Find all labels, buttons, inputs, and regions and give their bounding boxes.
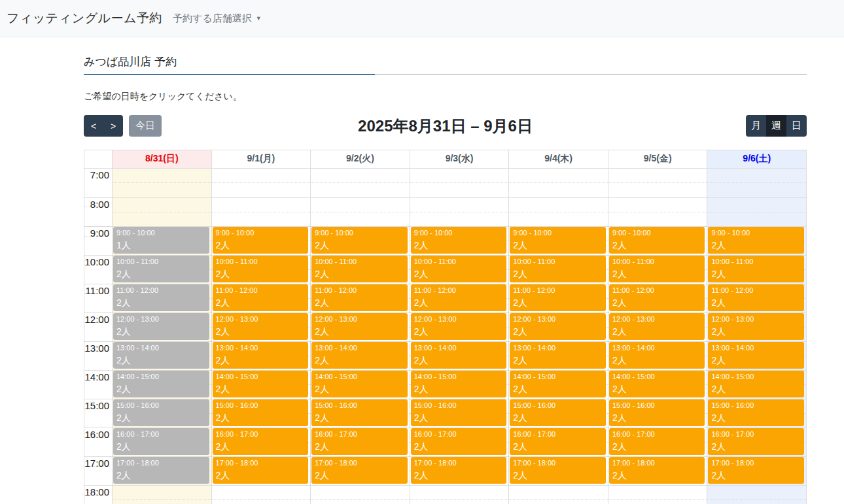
time-slot[interactable]	[509, 169, 608, 197]
time-slot[interactable]	[113, 197, 211, 226]
reservation-slot-event[interactable]: 15:00 - 16:002人	[411, 399, 507, 426]
reservation-slot-event[interactable]: 13:00 - 14:002人	[411, 342, 507, 369]
time-slot[interactable]	[410, 169, 509, 197]
time-slot[interactable]	[707, 197, 806, 226]
time-slot[interactable]	[410, 485, 509, 504]
reservation-slot-event[interactable]: 13:00 - 14:002人	[708, 342, 804, 369]
time-slot[interactable]	[608, 485, 707, 504]
event-time-range: 13:00 - 14:00	[711, 343, 801, 352]
reservation-slot-event[interactable]: 10:00 - 11:002人	[510, 256, 606, 282]
reservation-slot-event[interactable]: 14:00 - 15:002人	[510, 371, 606, 397]
reservation-slot-event[interactable]: 16:00 - 17:002人	[609, 428, 705, 455]
view-week-button[interactable]: 週	[766, 115, 786, 137]
reservation-slot-event[interactable]: 16:00 - 17:002人	[311, 428, 408, 455]
reservation-slot-event[interactable]: 15:00 - 16:002人	[510, 399, 606, 426]
event-capacity: 2人	[414, 383, 504, 395]
reservation-slot-event[interactable]: 14:00 - 15:002人	[311, 371, 408, 397]
reservation-slot-event[interactable]: 13:00 - 14:002人	[213, 342, 309, 369]
reservation-slot-event[interactable]: 13:00 - 14:002人	[609, 342, 705, 369]
reservation-slot-event[interactable]: 9:00 - 10:001人	[113, 227, 209, 254]
time-slot[interactable]	[311, 169, 410, 197]
reservation-slot-event[interactable]: 17:00 - 18:002人	[411, 457, 507, 484]
time-slot[interactable]	[608, 197, 707, 226]
time-slot[interactable]	[410, 197, 509, 226]
reservation-slot-event[interactable]: 17:00 - 18:002人	[609, 457, 705, 484]
event-time-range: 17:00 - 18:00	[612, 458, 702, 467]
reservation-slot-event[interactable]: 17:00 - 18:002人	[213, 457, 309, 484]
prev-next-group: < >	[84, 115, 123, 137]
reservation-slot-event[interactable]: 11:00 - 12:002人	[411, 284, 507, 311]
time-slot[interactable]	[707, 169, 806, 197]
reservation-slot-event[interactable]: 12:00 - 13:002人	[311, 313, 408, 340]
time-slot[interactable]	[311, 485, 410, 504]
reservation-slot-event[interactable]: 16:00 - 17:002人	[708, 428, 804, 455]
reservation-slot-event[interactable]: 15:00 - 16:002人	[708, 399, 804, 426]
reservation-slot-event[interactable]: 10:00 - 11:002人	[609, 256, 705, 282]
reservation-slot-event[interactable]: 9:00 - 10:002人	[411, 227, 507, 254]
reservation-slot-event[interactable]: 10:00 - 11:002人	[113, 256, 209, 282]
event-time-range: 10:00 - 11:00	[315, 257, 404, 266]
time-slot[interactable]	[509, 197, 608, 226]
reservation-slot-event[interactable]: 15:00 - 16:002人	[311, 399, 408, 426]
view-day-button[interactable]: 日	[786, 115, 807, 137]
reservation-slot-event[interactable]: 9:00 - 10:002人	[708, 227, 804, 254]
reservation-slot-event[interactable]: 17:00 - 18:002人	[510, 457, 606, 484]
reservation-slot-event[interactable]: 17:00 - 18:002人	[708, 457, 804, 484]
reservation-slot-event[interactable]: 9:00 - 10:002人	[609, 227, 705, 254]
event-time-range: 10:00 - 11:00	[711, 257, 801, 266]
reservation-slot-event[interactable]: 9:00 - 10:002人	[311, 227, 408, 254]
time-slot[interactable]	[311, 197, 410, 226]
reservation-slot-event[interactable]: 16:00 - 17:002人	[213, 428, 309, 455]
time-slot[interactable]	[608, 169, 707, 197]
time-slot[interactable]	[212, 485, 311, 504]
reservation-slot-event[interactable]: 9:00 - 10:002人	[213, 227, 309, 254]
time-slot[interactable]	[212, 197, 311, 226]
reservation-slot-event[interactable]: 9:00 - 10:002人	[510, 227, 606, 254]
reservation-slot-event[interactable]: 14:00 - 15:002人	[411, 371, 507, 397]
reservation-slot-event[interactable]: 16:00 - 17:002人	[411, 428, 507, 455]
reservation-slot-event[interactable]: 12:00 - 13:002人	[113, 313, 209, 340]
reservation-slot-event[interactable]: 11:00 - 12:002人	[213, 284, 309, 311]
event-capacity: 2人	[612, 297, 702, 309]
reservation-slot-event[interactable]: 13:00 - 14:002人	[113, 342, 209, 369]
calendar-header-row: 8/31(日)9/1(月)9/2(火)9/3(水)9/4(木)9/5(金)9/6…	[84, 150, 806, 169]
time-slot[interactable]	[707, 485, 806, 504]
reservation-slot-event[interactable]: 17:00 - 18:002人	[311, 457, 408, 484]
reservation-slot-event[interactable]: 12:00 - 13:002人	[609, 313, 705, 340]
reservation-slot-event[interactable]: 13:00 - 14:002人	[311, 342, 408, 369]
store-select-dropdown[interactable]: 予約する店舗選択 ▼	[173, 12, 262, 25]
reservation-slot-event[interactable]: 14:00 - 15:002人	[708, 371, 804, 397]
reservation-slot-event[interactable]: 10:00 - 11:002人	[708, 256, 804, 282]
today-button[interactable]: 今日	[129, 115, 162, 137]
event-capacity: 2人	[414, 469, 504, 481]
reservation-slot-event[interactable]: 14:00 - 15:002人	[213, 371, 309, 397]
time-slot[interactable]	[212, 169, 311, 197]
time-slot[interactable]	[113, 485, 211, 504]
reservation-slot-event[interactable]: 12:00 - 13:002人	[510, 313, 606, 340]
reservation-slot-event[interactable]: 15:00 - 16:002人	[113, 399, 209, 426]
reservation-slot-event[interactable]: 13:00 - 14:002人	[510, 342, 606, 369]
prev-week-button[interactable]: <	[84, 115, 103, 137]
reservation-slot-event[interactable]: 12:00 - 13:002人	[213, 313, 309, 340]
reservation-slot-event[interactable]: 14:00 - 15:002人	[609, 371, 705, 397]
reservation-slot-event[interactable]: 11:00 - 12:002人	[113, 284, 209, 311]
reservation-slot-event[interactable]: 16:00 - 17:002人	[113, 428, 209, 455]
next-week-button[interactable]: >	[103, 115, 123, 137]
reservation-slot-event[interactable]: 15:00 - 16:002人	[609, 399, 705, 426]
reservation-slot-event[interactable]: 17:00 - 18:002人	[113, 457, 209, 484]
reservation-slot-event[interactable]: 11:00 - 12:002人	[510, 284, 606, 311]
reservation-slot-event[interactable]: 12:00 - 13:002人	[411, 313, 507, 340]
time-slot[interactable]	[509, 485, 608, 504]
reservation-slot-event[interactable]: 11:00 - 12:002人	[311, 284, 408, 311]
reservation-slot-event[interactable]: 12:00 - 13:002人	[708, 313, 804, 340]
reservation-slot-event[interactable]: 11:00 - 12:002人	[609, 284, 705, 311]
time-slot[interactable]	[113, 169, 211, 197]
reservation-slot-event[interactable]: 10:00 - 11:002人	[411, 256, 507, 282]
reservation-slot-event[interactable]: 10:00 - 11:002人	[311, 256, 408, 282]
reservation-slot-event[interactable]: 14:00 - 15:002人	[113, 371, 209, 397]
reservation-slot-event[interactable]: 11:00 - 12:002人	[708, 284, 804, 311]
reservation-slot-event[interactable]: 10:00 - 11:002人	[213, 256, 309, 282]
view-month-button[interactable]: 月	[746, 115, 766, 137]
reservation-slot-event[interactable]: 16:00 - 17:002人	[510, 428, 606, 455]
reservation-slot-event[interactable]: 15:00 - 16:002人	[213, 399, 309, 426]
